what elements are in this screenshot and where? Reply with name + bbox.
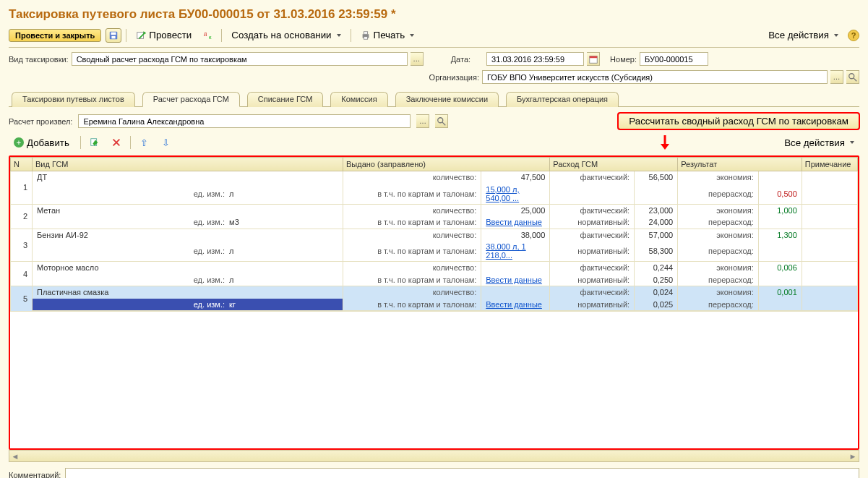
chevron-down-icon [410,34,414,37]
scroll-right-button[interactable]: ► [847,452,859,461]
cards-link[interactable]: 15,000 л, 540,00 ... [486,185,519,202]
post-button[interactable]: Провести [131,27,197,43]
number-input[interactable] [640,52,708,66]
help-button[interactable]: ? [848,30,859,41]
save-button[interactable] [106,28,121,43]
org-input[interactable] [482,70,828,84]
cards-value: 38,000 л, 1 218,0... [481,241,550,262]
calc-by-input[interactable] [78,114,411,128]
col-usage[interactable]: Расход ГСМ [550,158,678,171]
scroll-left-button[interactable]: ◄ [9,452,21,461]
table-row[interactable]: 1 ДТ количество: 47,500 фактический: 56,… [11,171,858,184]
cards-value: Ввести данные [481,299,550,311]
fuel-table: N Вид ГСМ Выдано (заправлено) Расход ГСМ… [10,157,858,311]
org-select-button[interactable]: … [830,70,843,84]
move-down-button[interactable]: ⇩ [158,135,174,150]
col-issued[interactable]: Выдано (заправлено) [343,158,550,171]
date-picker-button[interactable] [587,52,600,66]
chevron-down-icon [850,141,854,144]
number-label: Номер: [610,55,637,64]
create-based-on-button[interactable]: Создать на основании [226,27,345,43]
taxing-type-label: Вид таксировки: [9,55,69,64]
table-row-sub[interactable]: ед. изм.: кг в т.ч. по картам и талонам:… [11,299,858,311]
calendar-icon [588,54,598,64]
tab-fuel-calc[interactable]: Расчет расхода ГСМ [142,92,240,107]
all-actions-button[interactable]: Все действия [763,27,843,43]
note-cell [802,216,857,229]
tab-acc-op[interactable]: Бухгалтерская операция [506,92,619,107]
col-n[interactable]: N [11,158,33,171]
over-label: перерасход: [678,241,759,262]
tabs: Таксировки путевых листов Расчет расхода… [9,91,859,107]
table-row-sub[interactable]: ед. изм.: л в т.ч. по картам и талонам: … [11,184,858,205]
delete-row-button[interactable] [108,135,124,150]
row-number: 4 [11,262,33,286]
cards-label: в т.ч. по картам и талонам: [343,241,481,262]
debit-credit-button[interactable]: ДК [201,28,217,43]
chevron-down-icon [834,34,838,37]
date-label: Дата: [451,55,470,64]
table-row-sub[interactable]: ед. изм.: л в т.ч. по картам и талонам: … [11,241,858,262]
table-empty-area [10,311,858,448]
date-input[interactable] [486,52,584,66]
norm-label: нормативный: [550,241,635,262]
unit-cell: ед. изм.: кг [33,299,343,311]
col-result[interactable]: Результат [678,158,802,171]
all-actions-grid-button[interactable]: Все действия [779,135,859,150]
comment-input[interactable] [65,468,859,478]
enter-data-link[interactable]: Ввести данные [486,300,542,309]
table-row[interactable]: 5 Пластичная смазка количество: фактичес… [11,286,858,299]
col-type[interactable]: Вид ГСМ [33,158,343,171]
note-cell [802,286,857,299]
fact-value: 57,000 [635,229,678,241]
cards-link[interactable]: 38,000 л, 1 218,0... [486,242,525,260]
table-row[interactable]: 4 Моторное масло количество: фактический… [11,262,858,274]
h-scrollbar[interactable]: ◄ ► [9,450,859,462]
over-label: перерасход: [678,274,759,286]
qty-value [481,286,550,299]
table-row-sub[interactable]: ед. изм.: м3 в т.ч. по картам и талонам:… [11,216,858,229]
qty-value: 25,000 [481,204,550,216]
debit-credit-icon: ДК [204,30,214,40]
svg-line-12 [853,77,856,80]
norm-label: нормативный: [550,216,635,229]
qty-value [481,262,550,274]
taxing-type-input[interactable] [72,52,408,66]
econ-value: 0,006 [758,262,802,274]
add-label: Добавить [27,137,69,148]
floppy-icon [108,30,119,40]
comment-label: Комментарий: [9,471,61,479]
fuel-name: Бензин АИ-92 [33,229,343,241]
cards-value: 15,000 л, 540,00 ... [481,184,550,205]
calc-summary-button[interactable]: Рассчитать сводный расход ГСМ по таксиро… [618,113,859,129]
unit-cell: ед. изм.: л [33,184,343,205]
arrow-annotation [658,135,773,151]
table-row[interactable]: 3 Бензин АИ-92 количество: 38,000 фактич… [11,229,858,241]
edit-row-button[interactable] [87,135,103,150]
fact-value: 0,244 [635,262,678,274]
tab-fuel-writeoff[interactable]: Списание ГСМ [247,92,324,107]
org-open-button[interactable] [846,70,859,84]
create-based-label: Создать на основании [231,30,331,40]
calc-by-select-button[interactable]: … [416,114,429,128]
table-row-sub[interactable]: ед. изм.: л в т.ч. по картам и талонам: … [11,274,858,286]
enter-data-link[interactable]: Ввести данные [486,218,542,226]
col-note[interactable]: Примечание [802,158,857,171]
cards-label: в т.ч. по картам и талонам: [343,274,481,286]
norm-value: 58,300 [635,241,678,262]
svg-rect-2 [112,35,116,38]
tab-committee[interactable]: Комиссия [330,92,387,107]
post-and-close-button[interactable]: Провести и закрыть [9,29,101,42]
print-button[interactable]: Печать [356,27,420,43]
add-row-button[interactable]: + Добавить [9,135,74,150]
enter-data-link[interactable]: Ввести данные [486,276,542,284]
tab-conclusion[interactable]: Заключение комиссии [395,92,499,107]
magnifier-icon [848,72,858,82]
calc-by-open-button[interactable] [435,114,448,128]
move-up-button[interactable]: ⇧ [137,135,152,150]
svg-line-14 [442,121,445,124]
table-row[interactable]: 2 Метан количество: 25,000 фактический: … [11,204,858,216]
over-value [758,299,802,311]
taxing-type-select-button[interactable]: … [411,52,424,66]
tab-waybill-taxings[interactable]: Таксировки путевых листов [12,92,135,107]
